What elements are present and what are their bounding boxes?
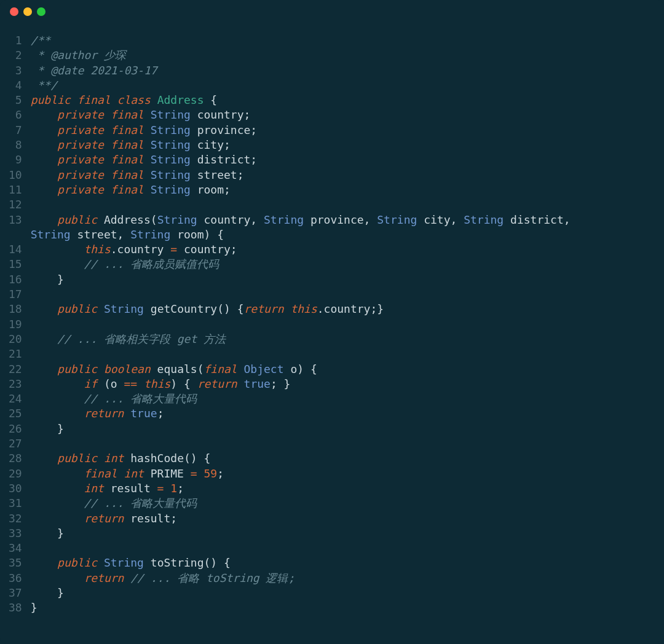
line-number: 11 [9, 183, 22, 197]
token [237, 377, 244, 390]
code-line [31, 317, 664, 332]
token: String [151, 168, 191, 181]
token [31, 512, 84, 525]
code-line: // ... 省略成员赋值代码 [31, 257, 664, 272]
token: public [57, 556, 97, 569]
token [31, 467, 84, 480]
token [144, 183, 151, 196]
token: // ... 省略大量代码 [84, 392, 197, 405]
token: province, [304, 213, 377, 226]
token: private [57, 124, 104, 136]
token [31, 452, 57, 465]
line-number: 38 [9, 600, 22, 615]
line-number: 28 [9, 451, 22, 466]
token [104, 168, 111, 181]
token: public [57, 213, 97, 226]
token [31, 213, 57, 226]
token: country; [191, 108, 251, 121]
line-number: 27 [9, 436, 22, 451]
code-line: final int PRIME = 59; [31, 466, 664, 481]
token: } [31, 273, 64, 286]
line-number: 20 [9, 332, 22, 347]
token [117, 467, 124, 480]
token: Address [157, 93, 204, 106]
token: final [111, 183, 144, 196]
code-line [31, 197, 664, 212]
line-number: 33 [9, 526, 22, 541]
token: street, [71, 228, 131, 241]
token: } [31, 586, 64, 599]
code-line [31, 347, 664, 361]
code-line: this.country = country; [31, 242, 664, 257]
code-line: /** [31, 33, 664, 48]
code-line: public int hashCode() { [31, 451, 664, 466]
line-number: 17 [9, 287, 22, 302]
token [237, 363, 244, 375]
code-line: } [31, 586, 664, 600]
token [31, 556, 57, 569]
line-number: 16 [9, 272, 22, 287]
token [31, 392, 84, 405]
close-icon[interactable] [10, 7, 18, 16]
token: String [104, 556, 144, 569]
line-number: 29 [9, 466, 22, 481]
token: final [111, 138, 144, 151]
code-line: private final String district; [31, 152, 664, 167]
line-number: 37 [9, 586, 22, 600]
token [31, 377, 84, 390]
token [31, 257, 84, 270]
token: private [57, 153, 104, 166]
code-line: int result = 1; [31, 481, 664, 496]
token: = [170, 243, 177, 256]
token: String [31, 228, 71, 241]
token [137, 377, 144, 390]
code-line: * @date 2021-03-17 [31, 63, 664, 78]
token: boolean [104, 363, 151, 375]
token: room) { [170, 228, 224, 241]
token [284, 302, 291, 315]
code-line: return true; [31, 406, 664, 421]
token: ; } [271, 377, 291, 390]
minimize-icon[interactable] [23, 7, 32, 16]
token: room; [191, 183, 231, 196]
code-line: } [31, 600, 664, 615]
maximize-icon[interactable] [37, 7, 45, 16]
token: this [84, 243, 110, 256]
token [31, 332, 57, 345]
token: **/ [31, 79, 57, 92]
line-number: 31 [9, 496, 22, 511]
token: private [57, 168, 104, 181]
token: public [57, 302, 97, 315]
token [124, 571, 130, 584]
token: return [84, 512, 124, 525]
token: = [157, 482, 164, 495]
line-number: 8 [9, 138, 22, 152]
line-number: 15 [9, 257, 22, 272]
token [164, 482, 170, 495]
line-number: 6 [9, 108, 22, 122]
token [124, 407, 130, 420]
code-line: private final String room; [31, 183, 664, 197]
window-titlebar [0, 7, 664, 33]
line-number: 22 [9, 362, 22, 377]
code-line [31, 436, 664, 451]
code-line [31, 287, 664, 302]
token: // ... 省略相关字段 get 方法 [57, 332, 226, 345]
token: } [31, 527, 64, 540]
token: .country;} [317, 302, 384, 315]
code-line: } [31, 422, 664, 436]
token: result; [124, 512, 177, 525]
token [97, 452, 104, 465]
token [71, 93, 77, 106]
token: String [104, 302, 144, 315]
token: province; [191, 124, 257, 136]
token [151, 93, 157, 106]
token: city; [191, 138, 231, 151]
line-number: 5 [9, 93, 22, 108]
line-number: 10 [9, 168, 22, 183]
line-number: 4 [9, 78, 22, 93]
line-number: 7 [9, 123, 22, 138]
line-number: 14 [9, 242, 22, 257]
token [31, 407, 84, 420]
code-line: **/ [31, 78, 664, 93]
